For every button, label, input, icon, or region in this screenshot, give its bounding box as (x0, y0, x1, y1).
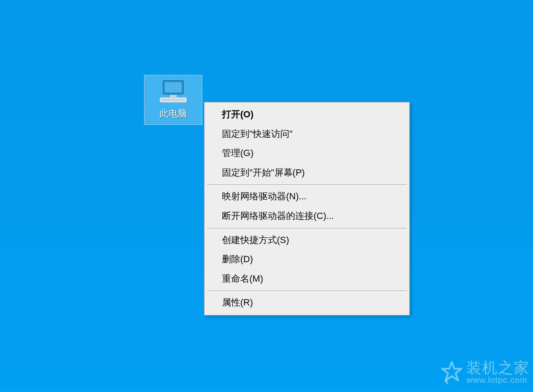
watermark-text: 装机之家 www.lotpc.com (466, 360, 530, 385)
menu-item-map-network-drive[interactable]: 映射网络驱动器(N)... (205, 187, 408, 206)
menu-item-disconnect-network-drive[interactable]: 断开网络驱动器的连接(C)... (205, 206, 408, 226)
context-menu: 打开(O) 固定到"快速访问" 管理(G) 固定到"开始"屏幕(P) 映射网络驱… (204, 102, 410, 315)
desktop-icon-this-pc[interactable]: 此电脑 (144, 75, 202, 125)
svg-rect-1 (165, 82, 182, 92)
menu-item-manage[interactable]: 管理(G) (205, 144, 408, 163)
menu-item-create-shortcut[interactable]: 创建快捷方式(S) (205, 231, 408, 250)
menu-item-rename[interactable]: 重命名(M) (205, 269, 408, 289)
menu-item-pin-quick-access[interactable]: 固定到"快速访问" (205, 124, 408, 144)
star-icon (440, 360, 464, 385)
menu-item-delete[interactable]: 删除(D) (205, 250, 408, 269)
watermark: 装机之家 www.lotpc.com (440, 360, 530, 385)
watermark-url: www.lotpc.com (466, 376, 530, 385)
computer-icon (158, 80, 188, 105)
menu-separator (207, 228, 407, 228)
menu-separator (207, 290, 407, 291)
menu-item-open[interactable]: 打开(O) (205, 105, 408, 124)
svg-rect-2 (170, 95, 177, 97)
menu-item-pin-start[interactable]: 固定到"开始"屏幕(P) (205, 163, 408, 183)
menu-item-properties[interactable]: 属性(R) (205, 293, 408, 313)
svg-rect-4 (162, 99, 185, 101)
desktop-icon-label: 此电脑 (159, 107, 187, 120)
menu-separator (207, 184, 407, 185)
watermark-title: 装机之家 (466, 360, 530, 376)
